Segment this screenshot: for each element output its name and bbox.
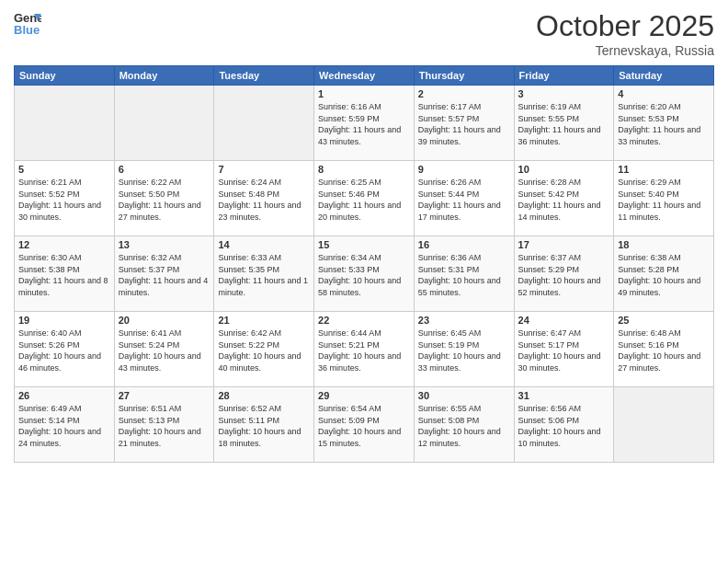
calendar-cell: 30Sunrise: 6:55 AMSunset: 5:08 PMDayligh… xyxy=(414,387,514,463)
day-info: Sunrise: 6:16 AMSunset: 5:59 PMDaylight:… xyxy=(318,101,410,147)
calendar-cell: 12Sunrise: 6:30 AMSunset: 5:38 PMDayligh… xyxy=(15,236,115,312)
day-info: Sunrise: 6:48 AMSunset: 5:16 PMDaylight:… xyxy=(618,327,710,373)
day-number: 19 xyxy=(18,315,110,326)
calendar-cell: 14Sunrise: 6:33 AMSunset: 5:35 PMDayligh… xyxy=(214,236,314,312)
calendar-cell: 3Sunrise: 6:19 AMSunset: 5:55 PMDaylight… xyxy=(514,86,614,161)
day-info: Sunrise: 6:19 AMSunset: 5:55 PMDaylight:… xyxy=(518,101,610,147)
location: Ternevskaya, Russia xyxy=(536,43,714,58)
day-header: Saturday xyxy=(614,66,714,86)
day-number: 30 xyxy=(418,390,510,401)
calendar-cell xyxy=(614,387,714,463)
day-info: Sunrise: 6:21 AMSunset: 5:52 PMDaylight:… xyxy=(18,177,110,223)
calendar-cell: 8Sunrise: 6:25 AMSunset: 5:46 PMDaylight… xyxy=(314,161,415,236)
month-title: October 2025 xyxy=(536,9,714,43)
day-info: Sunrise: 6:56 AMSunset: 5:06 PMDaylight:… xyxy=(518,403,610,449)
day-number: 8 xyxy=(318,164,410,175)
day-number: 24 xyxy=(518,315,610,326)
day-info: Sunrise: 6:44 AMSunset: 5:21 PMDaylight:… xyxy=(318,327,410,373)
calendar-cell: 19Sunrise: 6:40 AMSunset: 5:26 PMDayligh… xyxy=(15,312,115,387)
calendar-cell: 21Sunrise: 6:42 AMSunset: 5:22 PMDayligh… xyxy=(214,312,314,387)
day-info: Sunrise: 6:29 AMSunset: 5:40 PMDaylight:… xyxy=(618,177,710,223)
calendar-cell: 29Sunrise: 6:54 AMSunset: 5:09 PMDayligh… xyxy=(314,387,415,463)
day-info: Sunrise: 6:38 AMSunset: 5:28 PMDaylight:… xyxy=(618,252,710,298)
day-info: Sunrise: 6:41 AMSunset: 5:24 PMDaylight:… xyxy=(119,327,210,373)
calendar-cell: 7Sunrise: 6:24 AMSunset: 5:48 PMDaylight… xyxy=(214,161,314,236)
day-number: 12 xyxy=(18,239,110,250)
day-number: 29 xyxy=(318,390,410,401)
calendar-cell: 13Sunrise: 6:32 AMSunset: 5:37 PMDayligh… xyxy=(114,236,214,312)
day-number: 23 xyxy=(418,315,510,326)
logo: General Blue xyxy=(14,9,45,37)
calendar-cell: 11Sunrise: 6:29 AMSunset: 5:40 PMDayligh… xyxy=(614,161,714,236)
title-block: October 2025 Ternevskaya, Russia xyxy=(536,9,714,58)
calendar-cell: 26Sunrise: 6:49 AMSunset: 5:14 PMDayligh… xyxy=(15,387,115,463)
day-number: 6 xyxy=(119,164,210,175)
calendar-cell: 22Sunrise: 6:44 AMSunset: 5:21 PMDayligh… xyxy=(314,312,415,387)
day-info: Sunrise: 6:28 AMSunset: 5:42 PMDaylight:… xyxy=(518,177,610,223)
day-info: Sunrise: 6:49 AMSunset: 5:14 PMDaylight:… xyxy=(18,403,110,449)
calendar-cell: 27Sunrise: 6:51 AMSunset: 5:13 PMDayligh… xyxy=(114,387,214,463)
day-info: Sunrise: 6:34 AMSunset: 5:33 PMDaylight:… xyxy=(318,252,410,298)
day-info: Sunrise: 6:17 AMSunset: 5:57 PMDaylight:… xyxy=(418,101,510,147)
day-info: Sunrise: 6:25 AMSunset: 5:46 PMDaylight:… xyxy=(318,177,410,223)
calendar-cell: 23Sunrise: 6:45 AMSunset: 5:19 PMDayligh… xyxy=(414,312,514,387)
day-info: Sunrise: 6:30 AMSunset: 5:38 PMDaylight:… xyxy=(18,252,110,298)
day-number: 31 xyxy=(518,390,610,401)
day-number: 26 xyxy=(18,390,110,401)
day-number: 16 xyxy=(418,239,510,250)
day-info: Sunrise: 6:55 AMSunset: 5:08 PMDaylight:… xyxy=(418,403,510,449)
day-number: 17 xyxy=(518,239,610,250)
calendar-cell: 1Sunrise: 6:16 AMSunset: 5:59 PMDaylight… xyxy=(314,86,415,161)
calendar-cell: 6Sunrise: 6:22 AMSunset: 5:50 PMDaylight… xyxy=(114,161,214,236)
calendar-table: SundayMondayTuesdayWednesdayThursdayFrid… xyxy=(14,65,714,463)
calendar-cell: 9Sunrise: 6:26 AMSunset: 5:44 PMDaylight… xyxy=(414,161,514,236)
day-number: 1 xyxy=(318,88,410,99)
day-number: 27 xyxy=(119,390,210,401)
day-info: Sunrise: 6:37 AMSunset: 5:29 PMDaylight:… xyxy=(518,252,610,298)
day-header: Sunday xyxy=(15,66,115,86)
calendar-cell: 17Sunrise: 6:37 AMSunset: 5:29 PMDayligh… xyxy=(514,236,614,312)
day-number: 9 xyxy=(418,164,510,175)
day-info: Sunrise: 6:42 AMSunset: 5:22 PMDaylight:… xyxy=(218,327,310,373)
day-number: 20 xyxy=(119,315,210,326)
day-number: 15 xyxy=(318,239,410,250)
calendar-cell: 18Sunrise: 6:38 AMSunset: 5:28 PMDayligh… xyxy=(614,236,714,312)
day-number: 3 xyxy=(518,88,610,99)
day-number: 7 xyxy=(218,164,310,175)
day-number: 14 xyxy=(218,239,310,250)
day-info: Sunrise: 6:47 AMSunset: 5:17 PMDaylight:… xyxy=(518,327,610,373)
day-info: Sunrise: 6:22 AMSunset: 5:50 PMDaylight:… xyxy=(119,177,210,223)
calendar-cell: 16Sunrise: 6:36 AMSunset: 5:31 PMDayligh… xyxy=(414,236,514,312)
calendar-cell: 5Sunrise: 6:21 AMSunset: 5:52 PMDaylight… xyxy=(15,161,115,236)
calendar-cell: 28Sunrise: 6:52 AMSunset: 5:11 PMDayligh… xyxy=(214,387,314,463)
day-header: Thursday xyxy=(414,66,514,86)
calendar-cell: 10Sunrise: 6:28 AMSunset: 5:42 PMDayligh… xyxy=(514,161,614,236)
day-info: Sunrise: 6:45 AMSunset: 5:19 PMDaylight:… xyxy=(418,327,510,373)
day-info: Sunrise: 6:54 AMSunset: 5:09 PMDaylight:… xyxy=(318,403,410,449)
day-number: 2 xyxy=(418,88,510,99)
day-number: 21 xyxy=(218,315,310,326)
day-info: Sunrise: 6:36 AMSunset: 5:31 PMDaylight:… xyxy=(418,252,510,298)
day-header: Friday xyxy=(514,66,614,86)
calendar-cell: 31Sunrise: 6:56 AMSunset: 5:06 PMDayligh… xyxy=(514,387,614,463)
day-info: Sunrise: 6:51 AMSunset: 5:13 PMDaylight:… xyxy=(119,403,210,449)
calendar-cell xyxy=(214,86,314,161)
day-info: Sunrise: 6:24 AMSunset: 5:48 PMDaylight:… xyxy=(218,177,310,223)
day-number: 4 xyxy=(618,88,710,99)
calendar-cell: 20Sunrise: 6:41 AMSunset: 5:24 PMDayligh… xyxy=(114,312,214,387)
day-info: Sunrise: 6:33 AMSunset: 5:35 PMDaylight:… xyxy=(218,252,310,298)
day-number: 11 xyxy=(618,164,710,175)
calendar-cell xyxy=(114,86,214,161)
day-header: Monday xyxy=(114,66,214,86)
day-number: 25 xyxy=(618,315,710,326)
day-number: 5 xyxy=(18,164,110,175)
day-header: Tuesday xyxy=(214,66,314,86)
day-info: Sunrise: 6:40 AMSunset: 5:26 PMDaylight:… xyxy=(18,327,110,373)
day-number: 13 xyxy=(119,239,210,250)
day-info: Sunrise: 6:52 AMSunset: 5:11 PMDaylight:… xyxy=(218,403,310,449)
day-info: Sunrise: 6:20 AMSunset: 5:53 PMDaylight:… xyxy=(618,101,710,147)
calendar-cell: 15Sunrise: 6:34 AMSunset: 5:33 PMDayligh… xyxy=(314,236,415,312)
calendar-cell xyxy=(15,86,115,161)
day-number: 22 xyxy=(318,315,410,326)
calendar-cell: 25Sunrise: 6:48 AMSunset: 5:16 PMDayligh… xyxy=(614,312,714,387)
